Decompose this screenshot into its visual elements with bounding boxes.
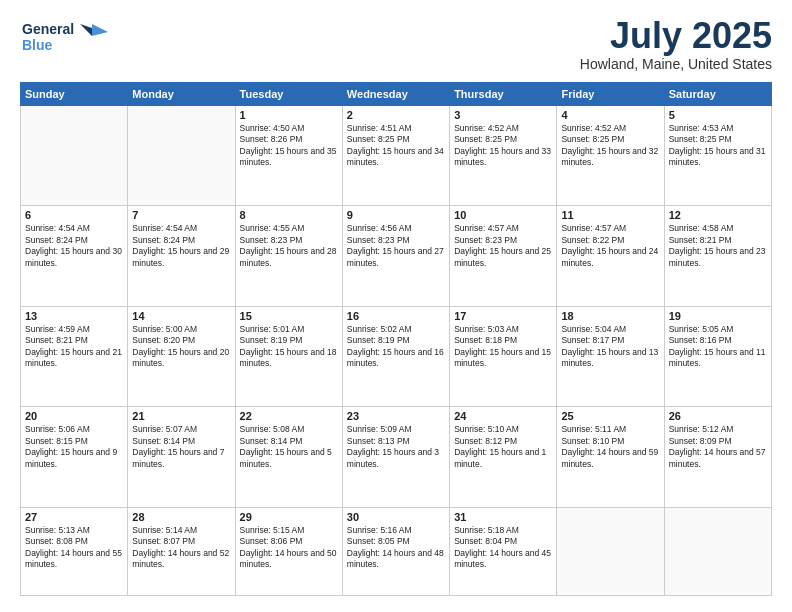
week-row-1: 1Sunrise: 4:50 AMSunset: 8:26 PMDaylight… (21, 105, 772, 206)
day-number: 10 (454, 209, 552, 221)
day-number: 7 (132, 209, 230, 221)
calendar-cell: 11Sunrise: 4:57 AMSunset: 8:22 PMDayligh… (557, 206, 664, 307)
calendar-cell: 21Sunrise: 5:07 AMSunset: 8:14 PMDayligh… (128, 407, 235, 508)
calendar-table: Sunday Monday Tuesday Wednesday Thursday… (20, 82, 772, 596)
calendar-cell: 28Sunrise: 5:14 AMSunset: 8:07 PMDayligh… (128, 507, 235, 595)
day-number: 28 (132, 511, 230, 523)
calendar-cell: 24Sunrise: 5:10 AMSunset: 8:12 PMDayligh… (450, 407, 557, 508)
day-number: 14 (132, 310, 230, 322)
cell-info: Sunrise: 5:02 AMSunset: 8:19 PMDaylight:… (347, 324, 445, 370)
calendar-cell: 8Sunrise: 4:55 AMSunset: 8:23 PMDaylight… (235, 206, 342, 307)
day-number: 13 (25, 310, 123, 322)
location: Howland, Maine, United States (580, 56, 772, 72)
col-friday: Friday (557, 82, 664, 105)
calendar-cell: 26Sunrise: 5:12 AMSunset: 8:09 PMDayligh… (664, 407, 771, 508)
calendar-cell: 31Sunrise: 5:18 AMSunset: 8:04 PMDayligh… (450, 507, 557, 595)
cell-info: Sunrise: 4:51 AMSunset: 8:25 PMDaylight:… (347, 123, 445, 169)
day-number: 9 (347, 209, 445, 221)
cell-info: Sunrise: 5:04 AMSunset: 8:17 PMDaylight:… (561, 324, 659, 370)
calendar-cell (128, 105, 235, 206)
cell-info: Sunrise: 4:56 AMSunset: 8:23 PMDaylight:… (347, 223, 445, 269)
logo: General Blue (20, 16, 110, 60)
col-wednesday: Wednesday (342, 82, 449, 105)
svg-text:General: General (22, 21, 74, 37)
calendar-cell: 15Sunrise: 5:01 AMSunset: 8:19 PMDayligh… (235, 306, 342, 407)
cell-info: Sunrise: 4:54 AMSunset: 8:24 PMDaylight:… (132, 223, 230, 269)
cell-info: Sunrise: 5:06 AMSunset: 8:15 PMDaylight:… (25, 424, 123, 470)
cell-info: Sunrise: 4:57 AMSunset: 8:22 PMDaylight:… (561, 223, 659, 269)
day-number: 21 (132, 410, 230, 422)
cell-info: Sunrise: 5:03 AMSunset: 8:18 PMDaylight:… (454, 324, 552, 370)
day-number: 17 (454, 310, 552, 322)
calendar-cell: 4Sunrise: 4:52 AMSunset: 8:25 PMDaylight… (557, 105, 664, 206)
day-number: 6 (25, 209, 123, 221)
cell-info: Sunrise: 5:08 AMSunset: 8:14 PMDaylight:… (240, 424, 338, 470)
cell-info: Sunrise: 4:58 AMSunset: 8:21 PMDaylight:… (669, 223, 767, 269)
calendar-cell: 1Sunrise: 4:50 AMSunset: 8:26 PMDaylight… (235, 105, 342, 206)
calendar-cell: 12Sunrise: 4:58 AMSunset: 8:21 PMDayligh… (664, 206, 771, 307)
day-number: 27 (25, 511, 123, 523)
calendar-cell: 22Sunrise: 5:08 AMSunset: 8:14 PMDayligh… (235, 407, 342, 508)
day-number: 31 (454, 511, 552, 523)
day-number: 4 (561, 109, 659, 121)
cell-info: Sunrise: 5:16 AMSunset: 8:05 PMDaylight:… (347, 525, 445, 571)
day-number: 30 (347, 511, 445, 523)
calendar-cell: 14Sunrise: 5:00 AMSunset: 8:20 PMDayligh… (128, 306, 235, 407)
calendar-cell: 23Sunrise: 5:09 AMSunset: 8:13 PMDayligh… (342, 407, 449, 508)
day-number: 19 (669, 310, 767, 322)
cell-info: Sunrise: 4:52 AMSunset: 8:25 PMDaylight:… (561, 123, 659, 169)
day-number: 25 (561, 410, 659, 422)
calendar-cell: 30Sunrise: 5:16 AMSunset: 8:05 PMDayligh… (342, 507, 449, 595)
cell-info: Sunrise: 5:13 AMSunset: 8:08 PMDaylight:… (25, 525, 123, 571)
calendar-cell: 13Sunrise: 4:59 AMSunset: 8:21 PMDayligh… (21, 306, 128, 407)
calendar-cell (21, 105, 128, 206)
calendar-cell: 25Sunrise: 5:11 AMSunset: 8:10 PMDayligh… (557, 407, 664, 508)
calendar-cell: 17Sunrise: 5:03 AMSunset: 8:18 PMDayligh… (450, 306, 557, 407)
calendar-cell: 19Sunrise: 5:05 AMSunset: 8:16 PMDayligh… (664, 306, 771, 407)
cell-info: Sunrise: 5:15 AMSunset: 8:06 PMDaylight:… (240, 525, 338, 571)
page: General Blue July 2025 Howland, Maine, U… (0, 0, 792, 612)
cell-info: Sunrise: 4:57 AMSunset: 8:23 PMDaylight:… (454, 223, 552, 269)
week-row-4: 20Sunrise: 5:06 AMSunset: 8:15 PMDayligh… (21, 407, 772, 508)
cell-info: Sunrise: 5:07 AMSunset: 8:14 PMDaylight:… (132, 424, 230, 470)
week-row-3: 13Sunrise: 4:59 AMSunset: 8:21 PMDayligh… (21, 306, 772, 407)
cell-info: Sunrise: 4:54 AMSunset: 8:24 PMDaylight:… (25, 223, 123, 269)
calendar-cell: 27Sunrise: 5:13 AMSunset: 8:08 PMDayligh… (21, 507, 128, 595)
calendar-cell: 9Sunrise: 4:56 AMSunset: 8:23 PMDaylight… (342, 206, 449, 307)
calendar-cell: 2Sunrise: 4:51 AMSunset: 8:25 PMDaylight… (342, 105, 449, 206)
logo-svg: General Blue (20, 16, 110, 56)
cell-info: Sunrise: 4:50 AMSunset: 8:26 PMDaylight:… (240, 123, 338, 169)
cell-info: Sunrise: 5:18 AMSunset: 8:04 PMDaylight:… (454, 525, 552, 571)
day-number: 12 (669, 209, 767, 221)
calendar-cell: 7Sunrise: 4:54 AMSunset: 8:24 PMDaylight… (128, 206, 235, 307)
day-number: 29 (240, 511, 338, 523)
svg-marker-3 (80, 24, 92, 36)
day-number: 5 (669, 109, 767, 121)
col-monday: Monday (128, 82, 235, 105)
day-number: 2 (347, 109, 445, 121)
cell-info: Sunrise: 4:59 AMSunset: 8:21 PMDaylight:… (25, 324, 123, 370)
cell-info: Sunrise: 5:00 AMSunset: 8:20 PMDaylight:… (132, 324, 230, 370)
day-number: 26 (669, 410, 767, 422)
cell-info: Sunrise: 4:55 AMSunset: 8:23 PMDaylight:… (240, 223, 338, 269)
col-sunday: Sunday (21, 82, 128, 105)
col-thursday: Thursday (450, 82, 557, 105)
calendar-cell: 3Sunrise: 4:52 AMSunset: 8:25 PMDaylight… (450, 105, 557, 206)
calendar-cell: 29Sunrise: 5:15 AMSunset: 8:06 PMDayligh… (235, 507, 342, 595)
day-number: 16 (347, 310, 445, 322)
cell-info: Sunrise: 5:11 AMSunset: 8:10 PMDaylight:… (561, 424, 659, 470)
svg-text:Blue: Blue (22, 37, 53, 53)
calendar-cell: 20Sunrise: 5:06 AMSunset: 8:15 PMDayligh… (21, 407, 128, 508)
calendar-cell: 6Sunrise: 4:54 AMSunset: 8:24 PMDaylight… (21, 206, 128, 307)
day-number: 18 (561, 310, 659, 322)
calendar-cell: 16Sunrise: 5:02 AMSunset: 8:19 PMDayligh… (342, 306, 449, 407)
cell-info: Sunrise: 5:12 AMSunset: 8:09 PMDaylight:… (669, 424, 767, 470)
title-block: July 2025 Howland, Maine, United States (580, 16, 772, 72)
cell-info: Sunrise: 4:53 AMSunset: 8:25 PMDaylight:… (669, 123, 767, 169)
calendar-cell: 5Sunrise: 4:53 AMSunset: 8:25 PMDaylight… (664, 105, 771, 206)
week-row-5: 27Sunrise: 5:13 AMSunset: 8:08 PMDayligh… (21, 507, 772, 595)
calendar-cell (557, 507, 664, 595)
day-number: 22 (240, 410, 338, 422)
header-row: Sunday Monday Tuesday Wednesday Thursday… (21, 82, 772, 105)
week-row-2: 6Sunrise: 4:54 AMSunset: 8:24 PMDaylight… (21, 206, 772, 307)
